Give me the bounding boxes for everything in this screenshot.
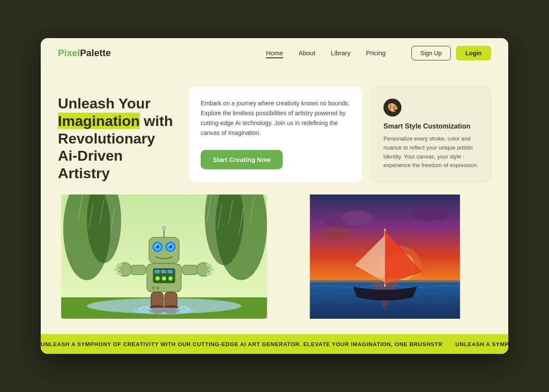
ticker-bar: UNLEASH A SYMPHONY OF CREATIVITY WITH OU… [41,334,508,354]
hero-title-highlight: Imagination [58,113,140,129]
hero-left: Unleash Your Imagination with Revolution… [58,86,178,182]
svg-point-67 [319,227,353,239]
signup-button[interactable]: Sign Up [411,46,451,60]
hero-description: Embark on a journey where creativity kno… [201,99,350,138]
svg-point-35 [169,245,170,246]
svg-point-41 [156,276,160,281]
svg-point-26 [162,226,166,230]
nav-item-pricing[interactable]: Pricing [366,49,386,57]
navbar: PixelPalette Home About Library Pricing … [41,38,508,69]
logo: PixelPalette [58,48,111,59]
logo-palette: Palette [80,48,111,59]
nav-item-home[interactable]: Home [266,49,283,57]
hero-desc-card: Embark on a journey where creativity kno… [188,86,362,183]
sailboat-image [279,195,491,319]
svg-rect-38 [155,270,160,273]
hero-section: Unleash Your Imagination with Revolution… [41,69,508,183]
svg-rect-71 [310,278,460,282]
svg-rect-39 [161,270,166,273]
images-section [41,186,508,334]
hero-right: Embark on a journey where creativity kno… [188,86,491,183]
feature-title: Smart Style Customization [383,123,479,130]
sailboat-image-card [279,195,491,319]
nav-item-about[interactable]: About [299,49,315,57]
feature-description: Personalize every stroke, color and nuan… [383,135,479,170]
nav-link-pricing[interactable]: Pricing [366,49,386,57]
svg-point-45 [156,286,160,290]
robot-image-card [58,195,270,319]
nav-item-library[interactable]: Library [331,49,350,57]
hero-title-line1: Unleash Your [58,95,151,111]
nav-link-library[interactable]: Library [331,49,350,57]
palette-icon: 🎨 [383,99,401,117]
svg-point-60 [134,308,194,314]
cta-button[interactable]: Start Creating Now [201,150,283,169]
browser-window: PixelPalette Home About Library Pricing … [41,38,508,354]
hero-title: Unleash Your Imagination with Revolution… [58,95,178,182]
robot-image [58,195,270,319]
nav-link-home[interactable]: Home [266,49,283,58]
login-button[interactable]: Login [456,46,491,60]
svg-rect-40 [168,270,173,273]
svg-point-65 [342,210,372,226]
svg-point-66 [411,207,449,221]
nav-link-about[interactable]: About [299,49,315,57]
hero-cards-row: Embark on a journey where creativity kno… [188,86,491,183]
svg-point-43 [169,276,173,281]
feature-card: 🎨 Smart Style Customization Personalize … [371,86,491,183]
nav-links: Home About Library Pricing [266,49,386,57]
logo-pixel: Pixel [58,48,80,59]
nav-actions: Sign Up Login [411,46,491,60]
ticker-content: UNLEASH A SYMPHONY OF CREATIVITY WITH OU… [41,341,508,347]
svg-point-44 [152,286,155,290]
svg-point-42 [162,276,166,281]
svg-point-34 [156,245,157,246]
svg-rect-46 [130,265,146,275]
svg-rect-47 [182,265,199,275]
